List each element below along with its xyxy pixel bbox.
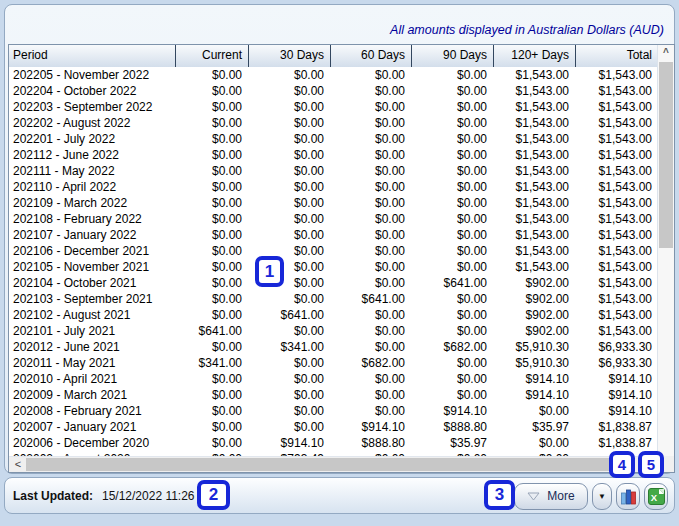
table-row[interactable]: 202008 - February 2021 $0.00 $0.00 $0.00…	[9, 403, 659, 419]
column-header-total[interactable]: Total	[576, 45, 659, 67]
total-cell: $1,543.00	[576, 131, 659, 147]
days90-cell: $0.00	[412, 323, 494, 339]
status-bar: Last Updated: 15/12/2022 11:26 More ▼	[4, 477, 675, 514]
days60-cell: $888.80	[331, 435, 412, 451]
dropdown-triangle-icon	[527, 492, 540, 501]
period-cell: 202202 - August 2022	[9, 115, 176, 131]
horizontal-scrollbar[interactable]: <	[9, 456, 659, 472]
days60-cell: $0.00	[331, 195, 412, 211]
days60-cell: $0.00	[331, 403, 412, 419]
svg-text:X: X	[650, 491, 657, 502]
days30-cell: $0.00	[249, 179, 331, 195]
more-button[interactable]: More	[514, 483, 588, 510]
scroll-up-icon[interactable]: ^	[658, 45, 674, 61]
table-row[interactable]: 202203 - September 2022 $0.00 $0.00 $0.0…	[9, 99, 659, 115]
days120-cell: $0.00	[494, 435, 576, 451]
total-cell: $914.10	[576, 371, 659, 387]
days120-cell: $1,543.00	[494, 211, 576, 227]
table-row[interactable]: 202111 - May 2022 $0.00 $0.00 $0.00 $0.0…	[9, 163, 659, 179]
aged-balances-table: PeriodCurrent30 Days60 Days90 Days120+ D…	[8, 44, 675, 473]
bar-chart-icon	[620, 488, 637, 505]
chart-button[interactable]	[616, 483, 640, 510]
table-row[interactable]: 202102 - August 2021 $0.00 $641.00 $0.00…	[9, 307, 659, 323]
current-cell: $0.00	[176, 211, 249, 227]
column-header-current[interactable]: Current	[176, 45, 249, 67]
scroll-left-icon[interactable]: <	[11, 457, 25, 472]
table-row[interactable]: 202204 - October 2022 $0.00 $0.00 $0.00 …	[9, 83, 659, 99]
current-cell: $0.00	[176, 339, 249, 355]
days120-cell: $1,543.00	[494, 195, 576, 211]
days30-cell: $0.00	[249, 131, 331, 147]
column-header-120-days[interactable]: 120+ Days	[494, 45, 576, 67]
current-cell: $0.00	[176, 387, 249, 403]
days60-cell: $682.00	[331, 355, 412, 371]
table-row[interactable]: 202112 - June 2022 $0.00 $0.00 $0.00 $0.…	[9, 147, 659, 163]
total-cell: $914.10	[576, 387, 659, 403]
days120-cell: $1,543.00	[494, 259, 576, 275]
days30-cell: $0.00	[249, 355, 331, 371]
total-cell: $1,543.00	[576, 259, 659, 275]
period-cell: 202012 - June 2021	[9, 339, 176, 355]
table-row[interactable]: 202202 - August 2022 $0.00 $0.00 $0.00 $…	[9, 115, 659, 131]
days60-cell: $0.00	[331, 115, 412, 131]
days120-cell: $1,543.00	[494, 99, 576, 115]
table-row[interactable]: 202201 - July 2022 $0.00 $0.00 $0.00 $0.…	[9, 131, 659, 147]
days30-cell: $0.00	[249, 83, 331, 99]
days90-cell: $641.00	[412, 275, 494, 291]
column-header-90-days[interactable]: 90 Days	[412, 45, 494, 67]
table-row[interactable]: 202009 - March 2021 $0.00 $0.00 $0.00 $0…	[9, 387, 659, 403]
current-cell: $0.00	[176, 307, 249, 323]
table-row[interactable]: 202103 - September 2021 $0.00 $0.00 $641…	[9, 291, 659, 307]
current-cell: $0.00	[176, 195, 249, 211]
vertical-scrollbar[interactable]: ^	[657, 45, 674, 458]
table-row[interactable]: 202104 - October 2021 $0.00 $0.00 $0.00 …	[9, 275, 659, 291]
days120-cell: $902.00	[494, 323, 576, 339]
period-cell: 202108 - February 2022	[9, 211, 176, 227]
table-row[interactable]: 202010 - April 2021 $0.00 $0.00 $0.00 $0…	[9, 371, 659, 387]
table-row[interactable]: 202110 - April 2022 $0.00 $0.00 $0.00 $0…	[9, 179, 659, 195]
table-row[interactable]: 202011 - May 2021 $341.00 $0.00 $682.00 …	[9, 355, 659, 371]
table-row[interactable]: 202101 - July 2021 $641.00 $0.00 $0.00 $…	[9, 323, 659, 339]
days60-cell: $0.00	[331, 131, 412, 147]
current-cell: $0.00	[176, 83, 249, 99]
days120-cell: $902.00	[494, 291, 576, 307]
period-cell: 202107 - January 2022	[9, 227, 176, 243]
table-row[interactable]: 202205 - November 2022 $0.00 $0.00 $0.00…	[9, 67, 659, 83]
footer-buttons: More ▼	[514, 482, 668, 510]
table-row[interactable]: 202108 - February 2022 $0.00 $0.00 $0.00…	[9, 211, 659, 227]
days60-cell: $0.00	[331, 99, 412, 115]
days90-cell: $0.00	[412, 163, 494, 179]
days120-cell: $914.10	[494, 371, 576, 387]
table-row[interactable]: 202105 - November 2021 $0.00 $0.00 $0.00…	[9, 259, 659, 275]
column-header-30-days[interactable]: 30 Days	[249, 45, 331, 67]
days60-cell: $0.00	[331, 147, 412, 163]
days90-cell: $0.00	[412, 243, 494, 259]
table-row[interactable]: 202107 - January 2022 $0.00 $0.00 $0.00 …	[9, 227, 659, 243]
days60-cell: $0.00	[331, 387, 412, 403]
table-row[interactable]: 202006 - December 2020 $0.00 $914.10 $88…	[9, 435, 659, 451]
days120-cell: $1,543.00	[494, 147, 576, 163]
excel-export-button[interactable]: X	[644, 483, 668, 510]
days120-cell: $902.00	[494, 275, 576, 291]
column-header-60-days[interactable]: 60 Days	[331, 45, 412, 67]
current-cell: $0.00	[176, 371, 249, 387]
period-cell: 202106 - December 2021	[9, 243, 176, 259]
table-row[interactable]: 202007 - January 2021 $0.00 $0.00 $914.1…	[9, 419, 659, 435]
current-cell: $341.00	[176, 355, 249, 371]
vertical-scroll-thumb[interactable]	[659, 62, 673, 248]
table-row[interactable]: 202106 - December 2021 $0.00 $0.00 $0.00…	[9, 243, 659, 259]
horizontal-scroll-thumb[interactable]	[26, 458, 618, 471]
days120-cell: $1,543.00	[494, 131, 576, 147]
days30-cell: $0.00	[249, 227, 331, 243]
period-cell: 202103 - September 2021	[9, 291, 176, 307]
days60-cell: $0.00	[331, 275, 412, 291]
more-dropdown-button[interactable]: ▼	[592, 483, 612, 510]
days30-cell: $0.00	[249, 195, 331, 211]
table-row[interactable]: 202109 - March 2022 $0.00 $0.00 $0.00 $0…	[9, 195, 659, 211]
current-cell: $0.00	[176, 99, 249, 115]
period-cell: 202205 - November 2022	[9, 67, 176, 83]
period-cell: 202101 - July 2021	[9, 323, 176, 339]
callout-4: 4	[609, 451, 635, 478]
column-header-period[interactable]: Period	[9, 45, 176, 67]
table-row[interactable]: 202012 - June 2021 $0.00 $341.00 $0.00 $…	[9, 339, 659, 355]
